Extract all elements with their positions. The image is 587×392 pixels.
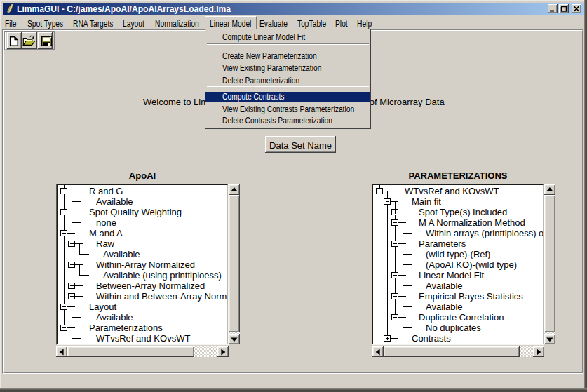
- svg-text:(ApoAI KO)-(wild type): (ApoAI KO)-(wild type): [426, 259, 517, 270]
- svg-text:Linear Model Fit: Linear Model Fit: [419, 270, 485, 281]
- svg-text:Empirical Bayes Statistics: Empirical Bayes Statistics: [419, 291, 523, 302]
- svg-text:Within-Array Normalized: Within-Array Normalized: [96, 259, 195, 270]
- svg-text:Duplicate Correlation: Duplicate Correlation: [419, 312, 504, 323]
- svg-text:(wild type)-(Ref): (wild type)-(Ref): [426, 249, 490, 259]
- svg-text:Available: Available: [96, 312, 133, 323]
- svg-text:M and A: M and A: [89, 228, 123, 238]
- svg-text:Spot Type(s) Included: Spot Type(s) Included: [419, 207, 507, 217]
- svg-text:Within and Between-Array Norma: Within and Between-Array Normalized: [96, 291, 227, 302]
- svg-text:No duplicates: No duplicates: [426, 323, 481, 333]
- svg-text:Available: Available: [96, 196, 133, 207]
- svg-text:Within arrays (printtiploess): Within arrays (printtiploess) only: [426, 228, 543, 238]
- svg-text:Available (using printtiploess: Available (using printtiploess): [103, 270, 222, 281]
- svg-text:WTvsRef and KOvsWT: WTvsRef and KOvsWT: [405, 186, 499, 196]
- svg-text:Parameters: Parameters: [419, 238, 466, 249]
- svg-text:Raw: Raw: [96, 238, 115, 249]
- svg-text:Contrasts: Contrasts: [412, 333, 451, 344]
- svg-text:Available: Available: [426, 302, 463, 312]
- svg-text:none: none: [96, 217, 116, 228]
- svg-text:M A Normalization Method: M A Normalization Method: [419, 217, 525, 228]
- svg-text:Layout: Layout: [89, 302, 116, 312]
- svg-text:Available: Available: [103, 249, 140, 259]
- svg-text:WTvsRef and KOvsWT: WTvsRef and KOvsWT: [96, 333, 190, 344]
- svg-text:Spot Quality Weighting: Spot Quality Weighting: [89, 207, 182, 217]
- svg-text:Between-Array Normalized: Between-Array Normalized: [96, 281, 205, 291]
- svg-text:Main fit: Main fit: [412, 196, 441, 207]
- svg-text:R and G: R and G: [89, 186, 123, 196]
- svg-text:Available: Available: [426, 281, 463, 291]
- svg-text:Parameterizations: Parameterizations: [89, 323, 163, 333]
